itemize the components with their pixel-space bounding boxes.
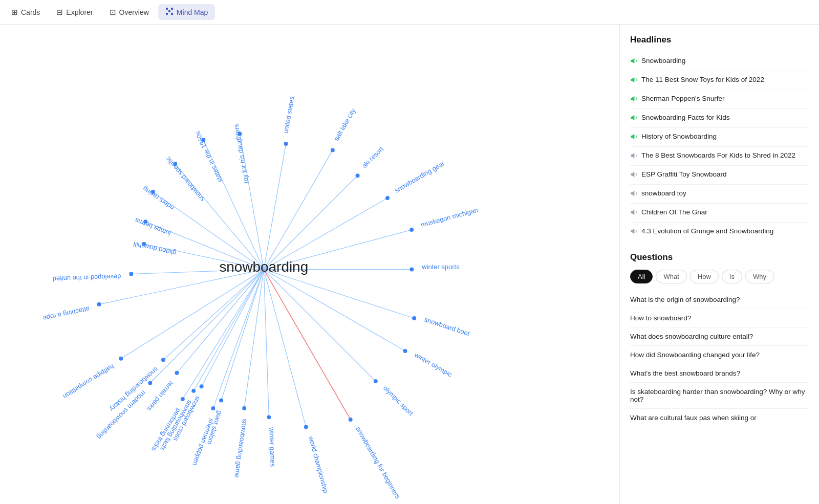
tab-mindmap-label: Mind Map (177, 8, 208, 16)
mindmap-node-dot[interactable] (410, 267, 414, 271)
mindmap-node-dot[interactable] (267, 415, 271, 419)
mindmap-node-label[interactable]: ski resort (360, 145, 385, 169)
mindmap-line (264, 269, 405, 350)
headline-item[interactable]: The 11 Best Snow Toys for Kids of 2022 (630, 71, 809, 90)
overview-icon: ⊡ (110, 8, 116, 17)
mindmap-node-label[interactable]: winter sports (421, 263, 459, 271)
mindmap-line (183, 269, 264, 399)
question-item[interactable]: How did Snowboarding changed your life? (630, 346, 809, 364)
headline-item[interactable]: 4.3 Evolution of Grunge and Snowboarding (630, 223, 809, 241)
mindmap-node-label[interactable]: muskegon michigan (420, 206, 479, 229)
tab-mindmap[interactable]: Mind Map (158, 4, 215, 20)
mindmap-node-label[interactable]: salt lake city (332, 107, 357, 142)
mindmap-node-label[interactable]: olympic sport (382, 384, 415, 418)
mindmap-node-label[interactable]: winter games (268, 427, 277, 467)
headline-text: History of Snowboarding (641, 133, 717, 140)
headline-item[interactable]: Snowboarding Facts for Kids (630, 109, 809, 128)
question-item[interactable]: What does snowboarding culture entail? (630, 327, 809, 346)
tab-overview[interactable]: ⊡ Overview (102, 5, 156, 20)
mindmap-node-dot[interactable] (284, 142, 288, 146)
headline-item[interactable]: Children Of The Gnar (630, 204, 809, 223)
headline-item[interactable]: ESP Graffiti Toy Snowboard (630, 166, 809, 185)
question-item[interactable]: What's the best snowboard brands? (630, 364, 809, 383)
tab-explorer[interactable]: ⊟ Explorer (49, 5, 100, 20)
tab-cards[interactable]: ⊞ Cards (4, 5, 47, 20)
mindmap-node-label[interactable]: united states (282, 96, 296, 134)
mindmap-node-label[interactable]: developed in the united (53, 273, 121, 283)
filter-button-what[interactable]: What (656, 270, 686, 283)
headline-text: The 11 Best Snow Toys for Kids of 2022 (641, 76, 764, 83)
mindmap-node-dot[interactable] (242, 406, 246, 410)
mindmap-node-label[interactable]: jumps berms (134, 216, 172, 238)
headline-item[interactable]: History of Snowboarding (630, 128, 809, 147)
mindmap-node-label[interactable]: snowboarding gear (393, 159, 446, 194)
mindmap-node-label[interactable]: attaching a rope (42, 305, 91, 322)
filter-button-is[interactable]: Is (722, 270, 742, 283)
mindmap-node-dot[interactable] (304, 425, 308, 429)
mindmap-node-label[interactable]: riders racing (141, 185, 176, 212)
headline-icon (630, 133, 637, 142)
headline-icon (630, 152, 637, 161)
mindmap-line (202, 269, 264, 386)
mindmap-node-dot[interactable] (191, 389, 196, 393)
headline-text: Snowboarding Facts for Kids (641, 114, 730, 121)
mindmap-node-label[interactable]: snowboard specific (164, 155, 206, 203)
mindmap-node-label[interactable]: snowboarding game (233, 418, 249, 478)
main-content: .mm-line { stroke: #93c5fd; stroke-width… (0, 25, 819, 504)
mindmap-node-label[interactable]: winter olympic (413, 350, 454, 379)
questions-section: Questions AllWhatHowIsWhy What is the or… (630, 252, 809, 427)
mindmap-node-dot[interactable] (97, 302, 101, 306)
mindmap-area[interactable]: .mm-line { stroke: #93c5fd; stroke-width… (0, 25, 619, 504)
filter-button-why[interactable]: Why (745, 270, 774, 283)
mindmap-node-dot[interactable] (412, 316, 416, 320)
filter-button-all[interactable]: All (630, 270, 653, 283)
mindmap-node-label[interactable]: halfpipe competition (61, 363, 116, 401)
questions-title: Questions (630, 252, 809, 262)
mindmap-node-dot[interactable] (211, 406, 215, 410)
question-item[interactable]: What are cultural faux pas when skiing o… (630, 409, 809, 427)
mindmap-node-label[interactable]: glided downhill (133, 240, 177, 257)
headline-icon (630, 95, 637, 104)
headline-item[interactable]: Snowboarding (630, 52, 809, 71)
mindmap-node-label[interactable]: snowboard boot (423, 316, 471, 338)
mindmap-line (264, 269, 414, 318)
mindmap-line (150, 269, 264, 383)
svg-rect-4 (171, 13, 173, 15)
mindmap-line (193, 269, 264, 390)
mindmap-node-dot[interactable] (331, 148, 335, 152)
mindmap-node-dot[interactable] (403, 349, 407, 353)
mindmap-node-dot[interactable] (410, 228, 414, 232)
question-item[interactable]: How to snowboard? (630, 309, 809, 327)
mindmap-node-dot[interactable] (181, 397, 185, 401)
right-panel: Headlines SnowboardingThe 11 Best Snow T… (619, 25, 819, 504)
headline-text: Children Of The Gnar (641, 208, 707, 216)
mindmap-node-dot[interactable] (175, 371, 179, 375)
mindmap-node-dot[interactable] (161, 358, 165, 362)
mindmap-node-dot[interactable] (385, 196, 390, 200)
mindmap-node-label[interactable]: snowboarding for beginners (354, 425, 402, 500)
mindmap-node-label[interactable]: toy for his daughters (232, 123, 250, 184)
headline-item[interactable]: The 8 Best Snowboards For Kids to Shred … (630, 147, 809, 166)
mindmap-line (264, 269, 376, 381)
headline-item[interactable]: Sherman Poppen's Snurfer (630, 90, 809, 109)
question-item[interactable]: What is the origin of snowboarding? (630, 291, 809, 309)
filter-button-how[interactable]: How (690, 270, 719, 283)
mindmap-node-dot[interactable] (356, 173, 360, 178)
mindmap-node-label[interactable]: states in the 1960s (193, 130, 224, 184)
mindmap-node-dot[interactable] (374, 379, 378, 383)
mindmap-node-label[interactable]: world championship (307, 435, 330, 494)
mindmap-node-dot[interactable] (219, 398, 223, 402)
headline-item[interactable]: snowboard toy (630, 185, 809, 204)
question-item[interactable]: Is skateboarding harder than snowboardin… (630, 383, 809, 409)
headline-text: Sherman Poppen's Snurfer (641, 95, 724, 102)
mindmap-node-dot[interactable] (349, 418, 353, 422)
mindmap-line (244, 269, 264, 408)
headline-icon (630, 209, 637, 217)
headline-icon (630, 76, 637, 85)
mindmap-node-dot[interactable] (119, 357, 123, 361)
tab-cards-label: Cards (21, 8, 40, 16)
mindmap-icon (165, 7, 174, 17)
mindmap-node-dot[interactable] (129, 272, 133, 276)
headline-text: 4.3 Evolution of Grunge and Snowboarding (641, 227, 773, 235)
mindmap-node-dot[interactable] (200, 384, 204, 388)
